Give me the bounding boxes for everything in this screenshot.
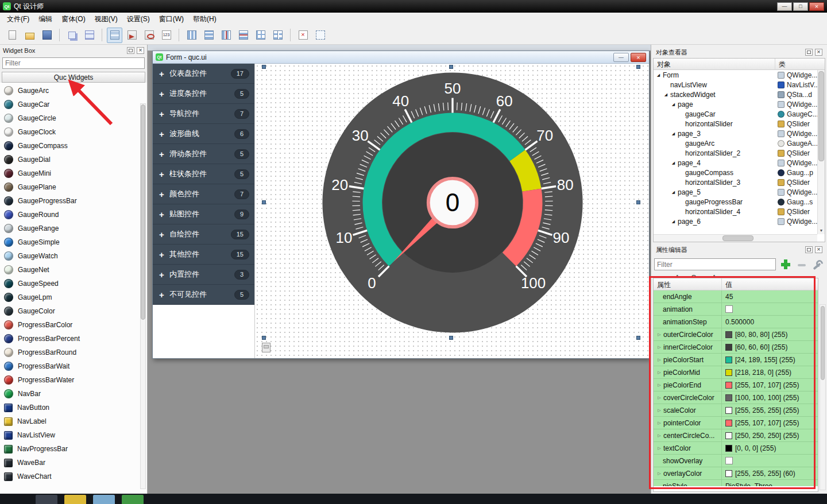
widget-item[interactable]: GaugeProgressBar [0,194,147,208]
nav-item[interactable]: +颜色控件7 [153,184,254,204]
widget-item[interactable]: GaugeCompass [0,139,147,153]
property-value[interactable]: PieStyle_Three [722,480,818,486]
object-tree-hscrollbar[interactable] [654,234,817,242]
column-header-value[interactable]: 值 [722,278,736,290]
nav-item[interactable]: +滑动条控件5 [153,144,254,164]
edit-widgets-button[interactable] [107,28,122,43]
nav-item[interactable]: +波形曲线6 [153,124,254,144]
layout-splitter-horizontal-button[interactable] [218,28,234,43]
widget-item[interactable]: GaugeDial [0,153,147,166]
close-panel-icon[interactable] [137,47,144,54]
property-row[interactable]: ▷pointerColor[255, 107, 107] (255) [654,417,818,429]
expand-arrow[interactable]: ▷ [656,433,662,438]
expand-arrow[interactable]: ▷ [656,358,662,362]
object-row[interactable]: gaugeCompassGaug...p [654,168,817,177]
property-value[interactable]: [60, 60, 60] (255) [722,341,818,353]
save-form-button[interactable] [39,28,55,43]
widget-item[interactable]: ProgressBarWait [0,359,147,373]
property-row[interactable]: ▷centerCircleCo...[250, 250, 250] (255) [654,429,818,442]
property-value[interactable]: [255, 255, 255] (60) [722,467,818,479]
configure-property-editor-icon[interactable] [811,259,824,270]
expand-arrow[interactable]: ▷ [656,471,662,476]
property-row[interactable]: showOverlay [654,455,818,467]
expand-arrow[interactable]: ▷ [656,446,662,451]
scrollbar-thumb[interactable] [818,71,824,161]
expand-arrow[interactable]: ▷ [656,396,662,400]
property-row[interactable]: animationStep0.500000 [654,316,818,328]
property-table-scrollbar[interactable] [820,304,826,490]
scrollbar-thumb[interactable] [722,235,753,241]
scroll-down-icon[interactable]: ▼ [818,227,825,234]
object-row[interactable]: ◢page_3QWidge... [654,129,817,138]
edit-buddies-button[interactable] [141,28,157,43]
form-canvas[interactable]: 01020304050607080901000 [255,64,649,358]
expand-arrow[interactable]: ◢ [663,92,668,97]
widget-item[interactable]: GaugePlane [0,180,147,194]
object-row[interactable]: ◢page_6QWidge... [654,216,817,226]
object-row[interactable]: ◢pageQWidge... [654,99,817,109]
property-value[interactable] [722,455,818,467]
expand-arrow[interactable]: ▷ [656,408,662,413]
widget-item[interactable]: NavProgressBar [0,442,147,456]
adjust-size-button[interactable] [312,28,328,43]
property-row[interactable]: ▷outerCircleColor[80, 80, 80] (255) [654,328,818,341]
close-button[interactable]: × [809,2,824,11]
maximize-button[interactable]: □ [793,2,808,11]
widget-item[interactable]: ProgressBarPercent [0,332,147,346]
property-filter-input[interactable] [654,258,776,270]
scrollbar-thumb[interactable] [141,104,145,320]
widget-item[interactable]: GaugeLpm [0,290,147,304]
selection-handle[interactable] [262,65,266,69]
object-tree-vscrollbar[interactable]: ▼ [817,70,825,234]
new-form-button[interactable] [5,28,20,43]
form-minimize-button[interactable]: — [613,53,629,62]
open-form-button[interactable] [22,28,37,43]
break-layout-button[interactable] [295,28,311,43]
widget-item[interactable]: GaugeSimple [0,235,147,249]
slider-widget-partial[interactable] [262,343,270,352]
float-panel-icon[interactable] [805,246,813,253]
widget-item[interactable]: GaugeWatch [0,249,147,263]
widget-item[interactable]: NavButton [0,401,147,414]
object-row[interactable]: ◢FormQWidge... [654,70,817,80]
property-value[interactable]: [218, 218, 0] (255) [722,366,818,378]
layout-splitter-vertical-button[interactable] [235,28,251,43]
property-row[interactable]: ▷overlayColor[255, 255, 255] (60) [654,467,818,480]
layout-vertical-button[interactable] [201,28,217,43]
edit-signals-slots-button[interactable] [124,28,140,43]
selection-handle[interactable] [449,65,453,69]
property-value[interactable]: 0.500000 [722,316,818,328]
object-row[interactable]: horizontalSlider_4QSlider [654,207,817,216]
scrollbar-thumb[interactable] [821,306,825,380]
menu-item[interactable]: 编辑 [34,13,57,26]
selection-handle[interactable] [636,65,640,69]
selection-handle[interactable] [449,336,453,340]
widget-item[interactable]: WaveChart [0,470,147,483]
widget-item[interactable]: GaugeArc [0,84,147,98]
widget-item[interactable]: NavListView [0,428,147,442]
property-value[interactable]: [24, 189, 155] (255) [722,354,818,366]
property-value[interactable]: [100, 100, 100] (255) [722,391,818,404]
edit-tab-order-button[interactable]: 123 [159,28,174,43]
column-header-object[interactable]: 对象 [654,59,775,69]
widget-filter-input[interactable] [2,57,145,69]
property-value[interactable]: [255, 255, 255] (255) [722,404,818,416]
menu-item[interactable]: 窗口(W) [154,13,188,26]
property-row[interactable]: ▷innerCircleColor[60, 60, 60] (255) [654,341,818,354]
widget-item[interactable]: ProgressBarColor [0,318,147,332]
nav-item[interactable]: +不可见控件5 [153,285,254,305]
window-titlebar[interactable]: Qt 设计师 —□× [0,0,827,13]
expand-arrow[interactable]: ▷ [656,345,662,350]
object-row[interactable]: horizontalSliderQSlider [654,119,817,129]
layout-form-button[interactable] [270,28,285,43]
form-close-button[interactable]: × [631,53,646,62]
nav-item[interactable]: +进度条控件5 [153,84,254,104]
checkbox-unchecked[interactable] [725,305,733,313]
object-row[interactable]: horizontalSlider_2QSlider [654,148,817,158]
selection-handle[interactable] [636,336,640,340]
close-panel-icon[interactable] [815,49,822,56]
form-titlebar[interactable]: Form - quc.ui —× [153,51,649,64]
object-row[interactable]: gaugeProgressBarGaug...s [654,197,817,207]
object-row[interactable]: gaugeArcGaugeA... [654,138,817,148]
taskbar-item[interactable] [93,495,115,504]
